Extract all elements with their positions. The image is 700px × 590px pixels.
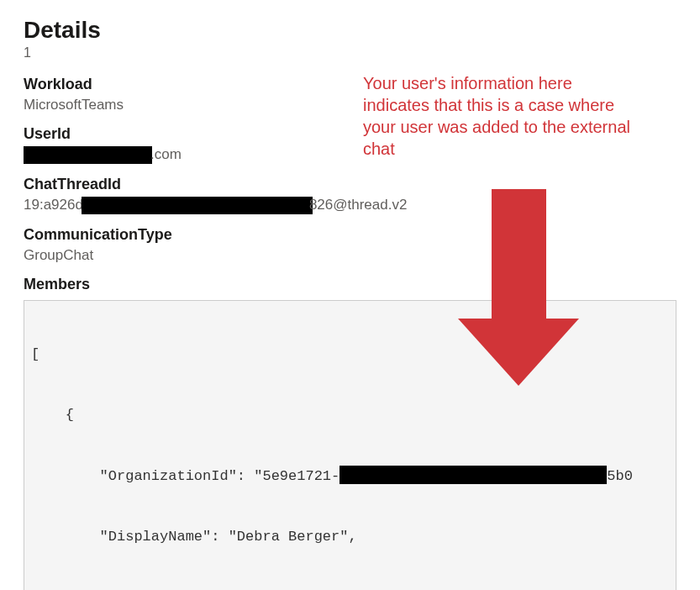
workload-value: MicrosoftTeams bbox=[24, 97, 676, 113]
code-line: "OrganizationId": "5e9e1721-5b0 bbox=[31, 466, 669, 487]
members-json-block: [ { "OrganizationId": "5e9e1721-5b0 "Dis… bbox=[24, 300, 676, 590]
details-count: 1 bbox=[24, 45, 676, 61]
chatthreadid-label: ChatThreadId bbox=[24, 176, 676, 193]
redaction-block bbox=[339, 466, 607, 484]
chatthreadid-value: 19:a926d826@thread.v2 bbox=[24, 197, 676, 214]
page-title: Details bbox=[24, 17, 676, 44]
communicationtype-label: CommunicationType bbox=[24, 226, 676, 244]
code-text: 5b0 bbox=[607, 468, 633, 484]
communicationtype-value: GroupChat bbox=[24, 247, 676, 264]
chatthreadid-prefix: 19:a926d bbox=[24, 197, 83, 213]
code-line: [ bbox=[31, 345, 669, 365]
redaction-block bbox=[24, 146, 152, 164]
code-line: "DisplayName": "Debra Berger", bbox=[31, 527, 669, 547]
members-label: Members bbox=[24, 276, 676, 293]
userid-suffix: .com bbox=[150, 146, 182, 162]
code-text: "OrganizationId": "5e9e1721- bbox=[31, 468, 339, 484]
userid-label: UserId bbox=[24, 125, 676, 143]
workload-label: Workload bbox=[24, 76, 676, 93]
chatthreadid-suffix: 826@thread.v2 bbox=[309, 197, 408, 213]
redaction-block bbox=[82, 197, 313, 214]
code-line: { bbox=[31, 405, 669, 425]
userid-value: .com bbox=[24, 146, 676, 164]
